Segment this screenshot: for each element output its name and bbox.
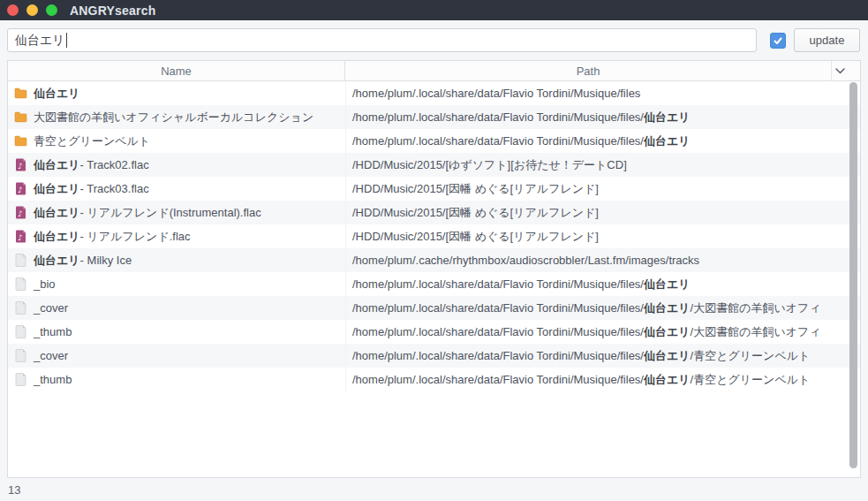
text-segment: _thumb <box>34 373 72 386</box>
path-cell: /home/plum/.local/share/data/Flavio Tord… <box>345 368 849 391</box>
match-highlight: 仙台エリ <box>34 86 80 102</box>
table-row[interactable]: 仙台エリ - Milky Ice/home/plum/.cache/rhythm… <box>8 248 860 272</box>
text-segment: - Track03.flac <box>80 182 149 195</box>
path-cell: /home/plum/.local/share/data/Flavio Tord… <box>345 129 849 153</box>
file-icon <box>13 277 27 292</box>
table-body: 仙台エリ/home/plum/.local/share/data/Flavio … <box>8 81 860 391</box>
column-header-name[interactable]: Name <box>8 61 345 80</box>
text-segment: /home/plum/.local/share/data/Flavio Tord… <box>352 277 644 291</box>
table-row[interactable]: _bio/home/plum/.local/share/data/Flavio … <box>8 272 860 296</box>
file-icon <box>13 325 27 339</box>
text-segment: /青空とグリーンベルト <box>691 372 811 388</box>
table-header: Name Path <box>8 61 860 81</box>
text-segment: 青空とグリーンベルト <box>34 133 150 149</box>
path-cell: /home/plum/.local/share/data/Flavio Tord… <box>345 320 849 344</box>
svg-text:♪: ♪ <box>18 209 23 218</box>
maximize-button-icon[interactable] <box>46 4 57 16</box>
name-cell: 仙台エリ - Milky Ice <box>8 248 345 272</box>
table-row[interactable]: ♪仙台エリ - Track03.flac/HDD/Music/2015/[因幡 … <box>8 177 860 201</box>
text-segment: /HDD/Music/2015/[因幡 めぐる[リアルフレンド] <box>352 229 599 245</box>
text-segment: /home/plum/.local/share/data/Flavio Tord… <box>352 373 644 386</box>
table-row[interactable]: _thumb/home/plum/.local/share/data/Flavi… <box>8 320 860 344</box>
table-row[interactable]: ♪仙台エリ - Track02.flac/HDD/Music/2015/[ゆずソ… <box>8 153 860 177</box>
table-row[interactable]: _cover/home/plum/.local/share/data/Flavi… <box>8 296 860 320</box>
match-highlight: 仙台エリ <box>34 253 80 269</box>
table-row[interactable]: ♪仙台エリ - リアルフレンド(Instrumental).flac/HDD/M… <box>8 201 860 224</box>
statusbar: 13 <box>0 478 868 501</box>
name-cell: 青空とグリーンベルト <box>8 129 345 153</box>
match-highlight: 仙台エリ <box>34 229 80 245</box>
path-cell: /HDD/Music/2015/[因幡 めぐる[リアルフレンド] <box>345 224 849 248</box>
match-highlight: 仙台エリ <box>34 181 80 197</box>
path-cell: /home/plum/.local/share/data/Flavio Tord… <box>345 105 849 129</box>
text-segment: /大図書館の羊飼いオフィ <box>691 324 821 340</box>
column-header-path[interactable]: Path <box>345 61 831 80</box>
table-row[interactable]: 大図書館の羊飼いオフィシャルボーカルコレクション/home/plum/.loca… <box>8 105 860 129</box>
svg-text:♪: ♪ <box>18 162 23 171</box>
match-highlight: 仙台エリ <box>644 348 691 364</box>
name-cell: _cover <box>8 344 345 368</box>
name-cell: _cover <box>8 296 345 320</box>
text-segment: /home/plum/.local/share/data/Flavio Tord… <box>352 134 644 148</box>
path-cell: /home/plum/.local/share/data/Flavio Tord… <box>345 81 849 105</box>
text-segment: /HDD/Music/2015/[ゆずソフト][お待たせ！デートCD] <box>352 157 627 173</box>
audio-icon: ♪ <box>13 230 27 244</box>
text-segment: /home/plum/.local/share/data/Flavio Tord… <box>352 87 640 100</box>
close-button-icon[interactable] <box>7 4 19 16</box>
file-icon <box>13 254 27 268</box>
text-segment: /HDD/Music/2015/[因幡 めぐる[リアルフレンド] <box>352 205 599 221</box>
text-segment: _cover <box>34 349 68 362</box>
path-cell: /home/plum/.local/share/data/Flavio Tord… <box>345 296 849 320</box>
update-button[interactable]: update <box>794 28 860 52</box>
search-input[interactable]: 仙台エリ <box>7 28 757 52</box>
name-cell: _thumb <box>8 320 345 344</box>
path-cell: /home/plum/.local/share/data/Flavio Tord… <box>345 344 849 368</box>
name-cell: ♪仙台エリ - Track03.flac <box>8 177 345 201</box>
table-row[interactable]: _cover/home/plum/.local/share/data/Flavi… <box>8 344 860 368</box>
window-title: ANGRYsearch <box>70 4 155 18</box>
folder-icon <box>13 87 27 101</box>
result-count: 13 <box>8 483 20 497</box>
name-cell: ♪仙台エリ - リアルフレンド.flac <box>8 224 345 248</box>
name-cell: 大図書館の羊飼いオフィシャルボーカルコレクション <box>8 105 345 129</box>
path-cell: /HDD/Music/2015/[因幡 めぐる[リアルフレンド] <box>345 177 849 201</box>
vertical-scrollbar[interactable] <box>849 82 858 477</box>
minimize-button-icon[interactable] <box>26 4 38 16</box>
svg-text:♪: ♪ <box>18 233 23 242</box>
match-highlight: 仙台エリ <box>34 157 80 173</box>
path-cell: /HDD/Music/2015/[因幡 めぐる[リアルフレンド] <box>345 201 849 224</box>
text-segment: /青空とグリーンベルト <box>691 348 811 364</box>
match-highlight: 仙台エリ <box>644 300 691 316</box>
match-highlight: 仙台エリ <box>644 110 691 125</box>
audio-icon: ♪ <box>13 182 27 196</box>
checkmark-icon <box>773 35 783 46</box>
table-row[interactable]: 青空とグリーンベルト/home/plum/.local/share/data/F… <box>8 129 860 153</box>
name-cell: _bio <box>8 272 345 296</box>
table-row[interactable]: 仙台エリ/home/plum/.local/share/data/Flavio … <box>8 81 860 105</box>
match-highlight: 仙台エリ <box>644 324 691 340</box>
file-icon <box>13 373 27 387</box>
lite-mode-checkbox[interactable] <box>770 33 786 49</box>
text-segment: 大図書館の羊飼いオフィシャルボーカルコレクション <box>34 110 313 125</box>
svg-text:♪: ♪ <box>18 186 23 194</box>
table-row[interactable]: _thumb/home/plum/.local/share/data/Flavi… <box>8 368 860 391</box>
audio-icon: ♪ <box>13 158 27 172</box>
text-segment: /HDD/Music/2015/[因幡 めぐる[リアルフレンド] <box>352 181 599 197</box>
name-cell: ♪仙台エリ - Track02.flac <box>8 153 345 177</box>
text-segment: _cover <box>34 301 68 315</box>
text-segment: - Track02.flac <box>80 158 149 171</box>
text-segment: /大図書館の羊飼いオフィ <box>691 300 821 316</box>
path-cell: /HDD/Music/2015/[ゆずソフト][お待たせ！デートCD] <box>345 153 849 177</box>
name-cell: ♪仙台エリ - リアルフレンド(Instrumental).flac <box>8 201 345 224</box>
text-segment: /home/plum/.local/share/data/Flavio Tord… <box>352 325 644 338</box>
audio-icon: ♪ <box>13 206 27 220</box>
text-segment: /home/plum/.local/share/data/Flavio Tord… <box>352 110 644 124</box>
scrollbar-thumb[interactable] <box>849 82 857 468</box>
text-segment: /home/plum/.local/share/data/Flavio Tord… <box>352 349 644 362</box>
search-input-value: 仙台エリ <box>15 33 65 49</box>
match-highlight: 仙台エリ <box>644 372 691 388</box>
match-highlight: 仙台エリ <box>644 133 691 149</box>
chevron-down-icon[interactable] <box>834 67 846 75</box>
text-segment: - リアルフレンド(Instrumental).flac <box>80 205 261 221</box>
table-row[interactable]: ♪仙台エリ - リアルフレンド.flac/HDD/Music/2015/[因幡 … <box>8 224 860 248</box>
